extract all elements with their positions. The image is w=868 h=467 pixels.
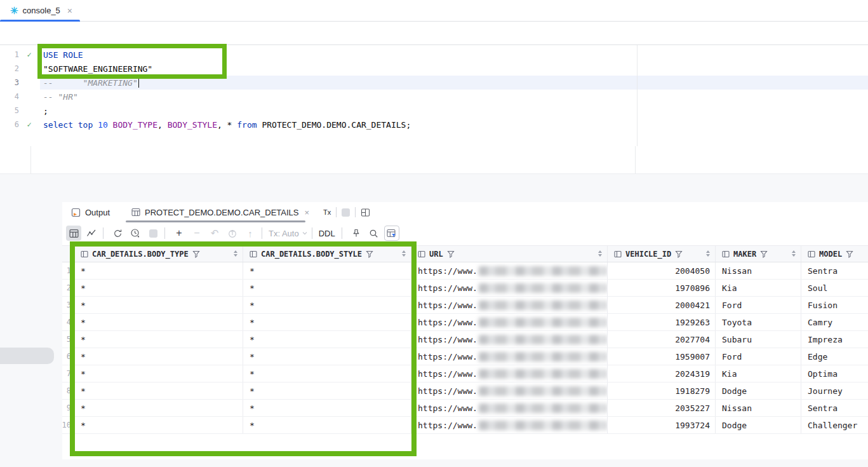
cell-maker[interactable]: Dodge bbox=[716, 417, 801, 433]
cell-url[interactable]: https://www. bbox=[411, 417, 608, 433]
editor-tab-bar: ✳ console_5 × bbox=[0, 0, 868, 22]
pin-icon[interactable] bbox=[349, 226, 364, 241]
cell-model[interactable]: Challenger bbox=[801, 417, 868, 433]
editor-margin-guide bbox=[637, 45, 638, 146]
cell-url[interactable]: https://www. bbox=[411, 280, 608, 296]
submit-to-database-icon[interactable] bbox=[225, 226, 240, 241]
cell-maker[interactable]: Subaru bbox=[716, 331, 801, 348]
filter-icon[interactable] bbox=[675, 250, 683, 258]
cell-model[interactable]: Fusion bbox=[801, 297, 868, 313]
annotation-box-columns bbox=[70, 241, 417, 456]
refresh-icon[interactable] bbox=[110, 226, 125, 241]
cell-vehicle-id[interactable]: 1959007 bbox=[608, 348, 716, 365]
editor-margin-guide bbox=[635, 146, 636, 173]
divider bbox=[103, 227, 103, 239]
cell-vehicle-id[interactable]: 2004050 bbox=[608, 262, 716, 279]
url-redacted-blur bbox=[479, 301, 607, 310]
column-header-model[interactable]: MODEL bbox=[801, 246, 868, 262]
filter-icon[interactable] bbox=[760, 250, 768, 258]
snowflake-icon: ✳ bbox=[10, 5, 18, 17]
cell-maker[interactable]: Toyota bbox=[716, 314, 801, 330]
column-header-url[interactable]: URL bbox=[411, 246, 608, 262]
editor-line[interactable]: 6 ✓ select top 10 BODY_TYPE, BODY_STYLE,… bbox=[0, 118, 868, 132]
column-header-vehicle-id[interactable]: VEHICLE_ID bbox=[608, 246, 716, 262]
url-redacted-blur bbox=[479, 283, 607, 293]
cell-vehicle-id[interactable]: 1970896 bbox=[608, 280, 716, 296]
sort-toggle[interactable] bbox=[706, 250, 710, 257]
cell-vehicle-id[interactable]: 2024319 bbox=[608, 365, 716, 382]
cell-url[interactable]: https://www. bbox=[411, 297, 608, 313]
cell-url[interactable]: https://www. bbox=[411, 262, 608, 279]
url-redacted-blur bbox=[479, 386, 607, 396]
executed-check-icon: ✓ bbox=[23, 120, 36, 129]
url-redacted-blur bbox=[479, 403, 607, 413]
cell-url[interactable]: https://www. bbox=[411, 314, 608, 330]
search-icon[interactable] bbox=[366, 226, 382, 241]
tab-car-details-grid[interactable]: PROTECT_DEMO.DEMO.CAR_DETAILS × bbox=[126, 202, 314, 222]
divider bbox=[336, 207, 337, 217]
line-number: 6 bbox=[0, 120, 19, 129]
close-icon[interactable]: × bbox=[67, 6, 72, 16]
filter-icon[interactable] bbox=[846, 250, 853, 258]
url-redacted-blur bbox=[479, 352, 607, 362]
tx-rollback-badge[interactable]: Tx bbox=[323, 208, 331, 216]
cell-vehicle-id[interactable]: 2035227 bbox=[608, 400, 716, 416]
tab-console-5[interactable]: ✳ console_5 × bbox=[4, 0, 79, 21]
cell-model[interactable]: Camry bbox=[801, 314, 868, 330]
editor-line[interactable]: 5 ; bbox=[0, 104, 868, 118]
revert-icon[interactable]: ↶ bbox=[207, 226, 222, 241]
cell-model[interactable]: Journey bbox=[801, 382, 868, 399]
close-icon[interactable]: × bbox=[305, 208, 310, 217]
cell-url[interactable]: https://www. bbox=[411, 400, 608, 416]
cell-vehicle-id[interactable]: 1929263 bbox=[608, 314, 716, 330]
cell-maker[interactable]: Nissan bbox=[716, 262, 801, 279]
line-number: 5 bbox=[0, 106, 19, 115]
cell-maker[interactable]: Nissan bbox=[716, 400, 801, 416]
cell-vehicle-id[interactable]: 1993724 bbox=[608, 417, 716, 433]
output-icon bbox=[71, 208, 81, 217]
cell-maker[interactable]: Ford bbox=[716, 348, 801, 365]
cell-maker[interactable]: Ford bbox=[716, 297, 801, 313]
chart-view-button[interactable] bbox=[84, 226, 99, 241]
cell-url[interactable]: https://www. bbox=[411, 348, 608, 365]
cell-maker[interactable]: Kia bbox=[716, 280, 801, 296]
ddl-button[interactable]: DDL bbox=[319, 229, 335, 238]
delete-row-button[interactable]: − bbox=[189, 226, 204, 241]
schedule-refresh-icon[interactable] bbox=[128, 226, 143, 241]
cell-model[interactable]: Soul bbox=[801, 280, 868, 296]
cell-model[interactable]: Sentra bbox=[801, 400, 868, 416]
cell-model[interactable]: Sentra bbox=[801, 262, 868, 279]
add-row-button[interactable]: + bbox=[171, 226, 187, 241]
stop-button-disabled bbox=[342, 208, 350, 217]
editor-line[interactable]: 4 -- "HR" bbox=[0, 90, 868, 104]
column-header-maker[interactable]: MAKER bbox=[716, 246, 801, 262]
line-number: 4 bbox=[0, 92, 19, 101]
cell-vehicle-id[interactable]: 2000421 bbox=[608, 297, 716, 313]
grid-tx-mode-select[interactable]: Tx: Auto bbox=[269, 229, 299, 238]
grid-view-button[interactable] bbox=[66, 226, 81, 241]
cell-maker[interactable]: Dodge bbox=[716, 382, 801, 399]
cell-vehicle-id[interactable]: 1918279 bbox=[608, 382, 716, 399]
cell-vehicle-id[interactable]: 2027704 bbox=[608, 331, 716, 348]
cell-model[interactable]: Edge bbox=[801, 348, 868, 365]
split-view-icon[interactable] bbox=[361, 208, 370, 217]
cell-url[interactable]: https://www. bbox=[411, 365, 608, 382]
cell-maker[interactable]: Kia bbox=[716, 365, 801, 382]
sort-toggle[interactable] bbox=[598, 250, 602, 257]
tab-output[interactable]: Output bbox=[66, 202, 115, 222]
cell-model[interactable]: Impreza bbox=[801, 331, 868, 348]
filter-icon[interactable] bbox=[447, 250, 455, 258]
line-number: 2 bbox=[0, 64, 19, 73]
chevron-down-icon bbox=[302, 230, 308, 236]
up-arrow-icon[interactable]: ↑ bbox=[243, 226, 258, 241]
sort-toggle[interactable] bbox=[792, 250, 796, 257]
column-filter-button[interactable] bbox=[384, 226, 399, 241]
table-icon bbox=[131, 208, 140, 217]
tab-title: console_5 bbox=[23, 6, 60, 15]
cell-model[interactable]: Optima bbox=[801, 365, 868, 382]
cell-url[interactable]: https://www. bbox=[411, 382, 608, 399]
url-redacted-blur bbox=[479, 266, 607, 276]
column-icon bbox=[614, 250, 622, 258]
cell-url[interactable]: https://www. bbox=[411, 331, 608, 348]
collapsed-panel-handle[interactable] bbox=[0, 348, 54, 364]
